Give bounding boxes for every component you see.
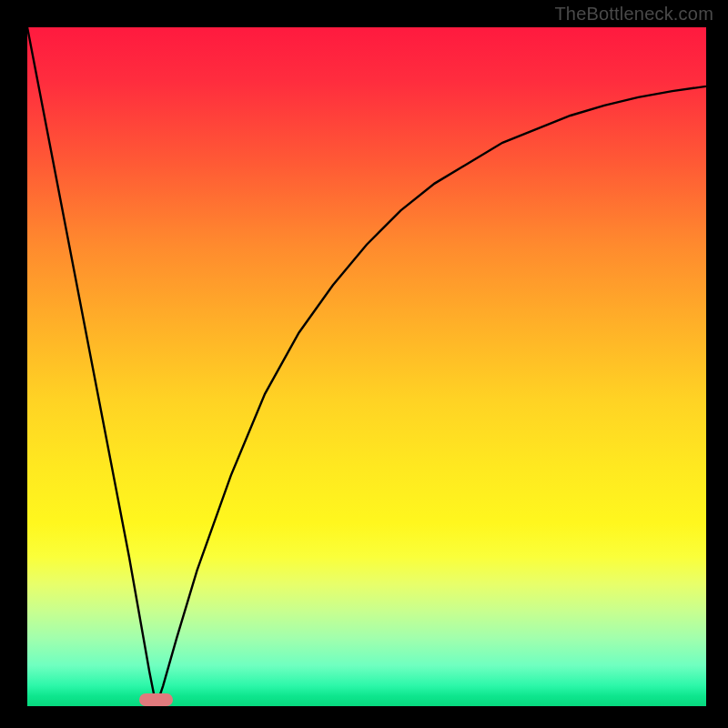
frame-border-right [706, 0, 728, 728]
frame-border-left [0, 0, 27, 728]
plot-area [27, 27, 706, 706]
bottleneck-curve [27, 27, 706, 706]
curve-path [27, 27, 706, 706]
optimal-marker [139, 693, 173, 706]
frame-border-bottom [0, 706, 728, 728]
chart-frame: TheBottleneck.com [0, 0, 728, 728]
watermark-text: TheBottleneck.com [554, 4, 713, 25]
